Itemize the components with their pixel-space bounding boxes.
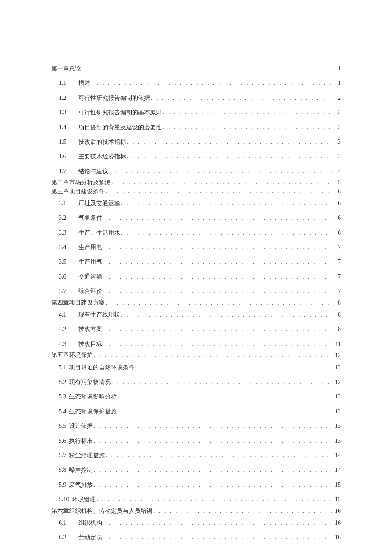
toc-number: 1.7 — [59, 167, 71, 176]
toc-leader-dots: . . . . . . . . . . . . . . . . . . . . … — [91, 78, 332, 88]
toc-leader-dots: . . . . . . . . . . . . . . . . . . . . … — [151, 93, 332, 103]
toc-entry: 6.2劳动定员. . . . . . . . . . . . . . . . .… — [59, 533, 341, 542]
toc-page-number: 16 — [333, 533, 341, 542]
toc-page-number: 3 — [333, 152, 341, 161]
toc-page-number: 6 — [333, 187, 341, 196]
toc-number: 5.8 — [59, 465, 66, 475]
toc-number: 4.3 — [59, 340, 71, 349]
toc-entry: 第六章组织机构、劳动定员与人员培训. . . . . . . . . . . .… — [51, 506, 341, 516]
toc-leader-dots: . . . . . . . . . . . . . . . . . . . . … — [106, 451, 333, 460]
toc-number: 3.3 — [59, 228, 71, 238]
toc-title: 生态环境保护措施 — [69, 407, 117, 416]
toc-title: 第六章组织机构、劳动定员与人员培训 — [51, 506, 153, 516]
toc-leader-dots: . . . . . . . . . . . . . . . . . . . . … — [112, 378, 333, 387]
toc-leader-dots: . . . . . . . . . . . . . . . . . . . . … — [118, 407, 333, 416]
toc-leader-dots: . . . . . . . . . . . . . . . . . . . . … — [106, 298, 332, 308]
toc-title: 第五章环境保护 — [51, 351, 93, 360]
toc-leader-dots: . . . . . . . . . . . . . . . . . . . . … — [94, 436, 333, 446]
toc-title: 设计依据 — [69, 421, 93, 431]
toc-entry: 1.7结论与建议. . . . . . . . . . . . . . . . … — [59, 167, 341, 176]
toc-entry: 第四章项目建设方案. . . . . . . . . . . . . . . .… — [51, 298, 341, 308]
toc-leader-dots: . . . . . . . . . . . . . . . . . . . . … — [103, 325, 332, 334]
toc-title: 执行标准 — [69, 436, 93, 446]
toc-title: 第二章市场分析及预测 — [51, 178, 111, 187]
toc-title: 厂址及交通运输 — [78, 199, 120, 208]
toc-entry: 5.1项目场址的自然环境条件. . . . . . . . . . . . . … — [59, 363, 341, 372]
toc-leader-dots: . . . . . . . . . . . . . . . . . . . . … — [103, 257, 332, 267]
toc-title: 第四章项目建设方案 — [51, 298, 105, 308]
toc-leader-dots: . . . . . . . . . . . . . . . . . . . . … — [127, 137, 332, 147]
toc-entry: 5.7粉尘治理措施. . . . . . . . . . . . . . . .… — [59, 451, 341, 460]
toc-leader-dots: . . . . . . . . . . . . . . . . . . . . … — [94, 465, 333, 475]
toc-title: 结论与建议 — [78, 167, 108, 176]
toc-leader-dots: . . . . . . . . . . . . . . . . . . . . … — [121, 310, 332, 320]
table-of-contents: 第一章总论. . . . . . . . . . . . . . . . . .… — [51, 64, 341, 543]
toc-leader-dots: . . . . . . . . . . . . . . . . . . . . … — [121, 199, 332, 208]
toc-entry: 第一章总论. . . . . . . . . . . . . . . . . .… — [51, 64, 341, 73]
toc-title: 交通运输 — [78, 272, 102, 282]
toc-title: 噪声控制 — [69, 465, 93, 475]
toc-title: 主要技术经济指标 — [78, 152, 126, 161]
toc-title: 气象条件 — [78, 213, 102, 223]
toc-page-number: 12 — [333, 407, 341, 416]
toc-leader-dots: . . . . . . . . . . . . . . . . . . . . … — [163, 123, 332, 132]
toc-title: 技改目标 — [78, 340, 102, 349]
toc-entry: 3.4生产用电. . . . . . . . . . . . . . . . .… — [59, 243, 341, 252]
toc-entry: 3.3生产、生活用水. . . . . . . . . . . . . . . … — [59, 228, 341, 238]
toc-title: 第三章项目建设条件 — [51, 187, 105, 196]
toc-page-number: 4 — [333, 167, 341, 176]
toc-page-number: 14 — [333, 451, 341, 460]
toc-page-number: 2 — [333, 93, 341, 103]
toc-page-number: 1 — [333, 78, 341, 88]
toc-page-number: 14 — [333, 465, 341, 475]
toc-page-number: 12 — [333, 351, 341, 360]
toc-page-number: 13 — [333, 436, 341, 446]
toc-entry: 3.2气象条件. . . . . . . . . . . . . . . . .… — [59, 213, 341, 223]
toc-title: 项目场址的自然环境条件 — [69, 363, 135, 372]
toc-page-number: 15 — [333, 495, 341, 504]
toc-number: 4.1 — [59, 310, 71, 320]
toc-leader-dots: . . . . . . . . . . . . . . . . . . . . … — [103, 287, 332, 296]
toc-page-number: 16 — [333, 518, 341, 528]
toc-leader-dots: . . . . . . . . . . . . . . . . . . . . … — [106, 187, 332, 196]
toc-number: 4.2 — [59, 325, 71, 334]
toc-entry: 1.4项目提出的背景及建设的必要性. . . . . . . . . . . .… — [59, 123, 341, 132]
toc-number: 5.6 — [59, 436, 66, 446]
toc-page-number: 1 — [333, 64, 341, 73]
toc-title: 概述 — [78, 78, 90, 88]
toc-title: 可行性研究报告编制的基本原则 — [78, 108, 162, 117]
toc-title: 生态环境影响分析 — [69, 392, 117, 401]
toc-title: 生产、生活用水 — [78, 228, 120, 238]
toc-page-number: 7 — [333, 257, 341, 267]
toc-leader-dots: . . . . . . . . . . . . . . . . . . . . … — [103, 518, 332, 528]
toc-entry: 第三章项目建设条件. . . . . . . . . . . . . . . .… — [51, 187, 341, 196]
toc-title: 劳动定员 — [78, 533, 102, 542]
toc-title: 技改方案 — [78, 325, 102, 334]
toc-entry: 5.10环境管理. . . . . . . . . . . . . . . . … — [59, 495, 341, 504]
toc-page-number: 5 — [333, 178, 341, 187]
toc-page-number: 6 — [333, 199, 341, 208]
toc-leader-dots: . . . . . . . . . . . . . . . . . . . . … — [103, 340, 332, 349]
toc-entry: 3.5生产用气. . . . . . . . . . . . . . . . .… — [59, 257, 341, 267]
toc-leader-dots: . . . . . . . . . . . . . . . . . . . . … — [82, 64, 332, 73]
toc-number: 1.2 — [59, 93, 71, 103]
toc-entry: 5.3生态环境影响分析. . . . . . . . . . . . . . .… — [59, 392, 341, 401]
toc-title: 粉尘治理措施 — [69, 451, 105, 460]
toc-entry: 4.1现有生产线现状. . . . . . . . . . . . . . . … — [59, 310, 341, 320]
toc-leader-dots: . . . . . . . . . . . . . . . . . . . . … — [103, 533, 332, 542]
toc-entry: 第二章市场分析及预测. . . . . . . . . . . . . . . … — [51, 178, 341, 187]
toc-page-number: 6 — [333, 228, 341, 238]
toc-page-number: 8 — [333, 298, 341, 308]
toc-entry: 1.3可行性研究报告编制的基本原则. . . . . . . . . . . .… — [59, 108, 341, 117]
toc-leader-dots: . . . . . . . . . . . . . . . . . . . . … — [103, 272, 332, 282]
toc-page-number: 8 — [333, 325, 341, 334]
toc-title: 可行性研究报告编制的依据 — [78, 93, 150, 103]
toc-leader-dots: . . . . . . . . . . . . . . . . . . . . … — [118, 392, 333, 401]
toc-entry: 5.2现有污染物情况. . . . . . . . . . . . . . . … — [59, 378, 341, 387]
toc-title: 废气排放 — [69, 480, 93, 490]
toc-leader-dots: . . . . . . . . . . . . . . . . . . . . … — [121, 228, 332, 238]
toc-page-number: 7 — [333, 287, 341, 296]
toc-entry: 3.1厂址及交通运输. . . . . . . . . . . . . . . … — [59, 199, 341, 208]
toc-number: 3.2 — [59, 213, 71, 223]
toc-page-number: 13 — [333, 421, 341, 431]
